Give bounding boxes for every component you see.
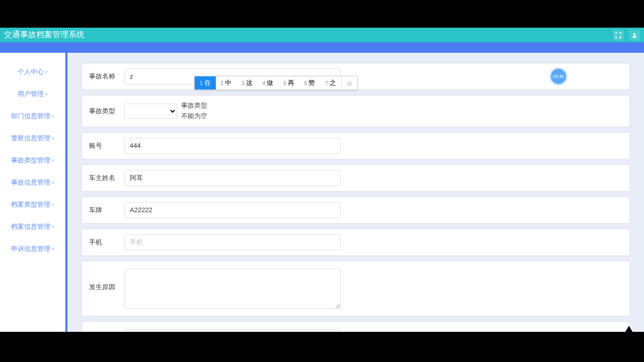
sidebar-item-police[interactable]: 警察信息管理▾ (0, 127, 65, 149)
input-account[interactable] (124, 138, 341, 154)
label-account: 账号 (89, 141, 124, 150)
chevron-down-icon: ▾ (52, 114, 54, 119)
input-owner-name[interactable] (124, 170, 341, 186)
ime-candidate[interactable]: 1在 (195, 76, 216, 89)
ime-candidate[interactable]: 3这 (236, 76, 258, 89)
ime-candidate-bar[interactable]: 1在 2中 3这 4做 5再 6赞 7之 ☺ (194, 76, 358, 90)
input-plate[interactable] (124, 202, 341, 218)
chevron-down-icon: ▾ (52, 158, 54, 163)
ime-candidate[interactable]: 2中 (216, 76, 237, 89)
ime-candidate[interactable]: 6赞 (299, 76, 320, 89)
user-icon[interactable] (629, 30, 640, 41)
label-accident-name: 事故名称 (89, 72, 124, 81)
chevron-down-icon: ▾ (45, 92, 48, 97)
main-content: 03:30 事故名称 1在 2中 3这 4做 5再 6赞 7之 ☺ 事故类型 事… (65, 53, 644, 362)
sidebar-item-accident-type[interactable]: 事故类型管理▾ (0, 149, 65, 171)
fullscreen-icon[interactable] (613, 30, 624, 41)
label-owner-name: 车主姓名 (89, 173, 124, 183)
sub-header-bar (0, 42, 644, 53)
label-phone: 手机 (89, 238, 124, 247)
ime-emoji-icon[interactable]: ☺ (341, 76, 357, 89)
chevron-down-icon: ▾ (52, 246, 54, 251)
svg-point-0 (633, 33, 635, 35)
textarea-reason[interactable] (124, 268, 341, 309)
sidebar-item-archive-info[interactable]: 档案信息管理▾ (0, 216, 65, 238)
ime-candidate[interactable]: 5再 (278, 76, 299, 89)
field-account: 账号 (82, 132, 630, 159)
chevron-down-icon: ▾ (52, 180, 54, 185)
field-accident-type: 事故类型 事故类型不能为空 (82, 95, 630, 127)
chevron-down-icon: ▾ (45, 69, 48, 74)
input-phone[interactable] (124, 234, 341, 250)
app-header: 交通事故档案管理系统 (0, 28, 644, 42)
sidebar-item-personal[interactable]: 个人中心▾ (0, 61, 65, 83)
sidebar: 个人中心▾ 用户管理▾ 部门信息管理▾ 警察信息管理▾ 事故类型管理▾ 事故信息… (0, 53, 65, 362)
chevron-down-icon: ▾ (52, 202, 54, 207)
sidebar-item-archive-type[interactable]: 档案类型管理▾ (0, 194, 65, 216)
sidebar-item-dept[interactable]: 部门信息管理▾ (0, 105, 65, 127)
select-accident-type[interactable] (124, 104, 177, 119)
sidebar-item-users[interactable]: 用户管理▾ (0, 83, 65, 105)
ime-candidate[interactable]: 4做 (258, 76, 279, 89)
label-reason: 发生原因 (89, 268, 124, 292)
field-plate: 车牌 (82, 197, 630, 224)
field-reason: 发生原因 (82, 261, 630, 316)
sidebar-item-appeal[interactable]: 申诉信息管理▾ (0, 238, 65, 260)
app-title: 交通事故档案管理系统 (4, 30, 613, 40)
label-plate: 车牌 (89, 206, 124, 215)
label-accident-type: 事故类型 (89, 107, 124, 116)
error-accident-type: 事故类型不能为空 (181, 101, 211, 122)
sidebar-item-accident-info[interactable]: 事故信息管理▾ (0, 171, 65, 194)
field-owner-name: 车主姓名 (82, 164, 630, 192)
ime-candidate[interactable]: 7之 (320, 76, 341, 89)
chevron-down-icon: ▾ (52, 136, 54, 141)
field-phone: 手机 (82, 229, 630, 256)
time-badge: 03:30 (551, 69, 566, 84)
chevron-down-icon: ▾ (52, 224, 54, 229)
